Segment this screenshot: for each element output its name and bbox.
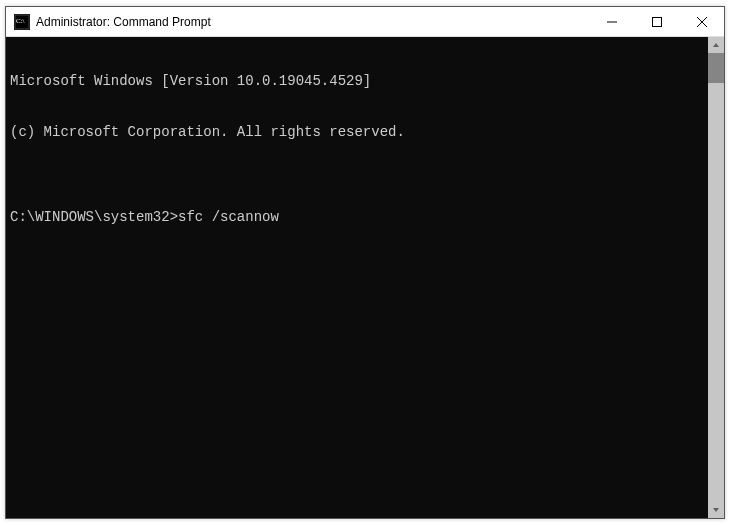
scroll-up-arrow-icon[interactable] bbox=[708, 37, 724, 53]
scroll-track[interactable] bbox=[708, 53, 724, 502]
terminal-line: Microsoft Windows [Version 10.0.19045.45… bbox=[10, 73, 704, 90]
command-prompt-window: C:\ Administrator: Command Prompt Micros… bbox=[5, 6, 725, 519]
window-title: Administrator: Command Prompt bbox=[36, 15, 589, 29]
cmd-icon: C:\ bbox=[14, 14, 30, 30]
svg-rect-4 bbox=[652, 17, 661, 26]
terminal-prompt-line: C:\WINDOWS\system32>sfc /scannow bbox=[10, 209, 704, 226]
terminal-line: (c) Microsoft Corporation. All rights re… bbox=[10, 124, 704, 141]
scroll-thumb[interactable] bbox=[708, 53, 724, 83]
vertical-scrollbar[interactable] bbox=[708, 37, 724, 518]
terminal-area: Microsoft Windows [Version 10.0.19045.45… bbox=[6, 37, 724, 518]
titlebar[interactable]: C:\ Administrator: Command Prompt bbox=[6, 7, 724, 37]
svg-text:C:\: C:\ bbox=[16, 17, 25, 25]
terminal-command: sfc /scannow bbox=[178, 209, 279, 225]
scroll-down-arrow-icon[interactable] bbox=[708, 502, 724, 518]
window-controls bbox=[589, 7, 724, 36]
terminal-output[interactable]: Microsoft Windows [Version 10.0.19045.45… bbox=[6, 37, 708, 518]
maximize-button[interactable] bbox=[634, 7, 679, 36]
minimize-button[interactable] bbox=[589, 7, 634, 36]
close-button[interactable] bbox=[679, 7, 724, 36]
terminal-prompt: C:\WINDOWS\system32> bbox=[10, 209, 178, 225]
